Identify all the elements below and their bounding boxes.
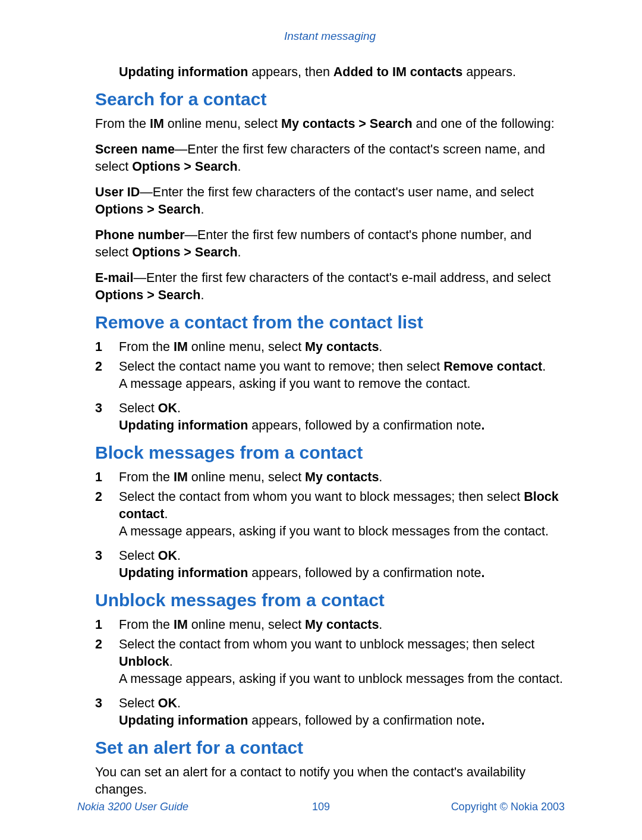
- unblock-s2-b1: Unblock: [119, 654, 169, 669]
- heading-search: Search for a contact: [95, 89, 565, 109]
- footer-right: Copyright © Nokia 2003: [451, 801, 565, 813]
- block-s1-t2: online menu, select: [188, 470, 305, 484]
- unblock-s1-b1: IM: [174, 618, 188, 632]
- search-p1-t1: From the: [95, 117, 150, 131]
- remove-s1-t2: online menu, select: [188, 340, 305, 354]
- remove-s3-line2b2: .: [481, 418, 484, 432]
- block-s2-line2: A message appears, asking if you want to…: [119, 524, 549, 538]
- unblock-step-2: 2 Select the contact from whom you want …: [95, 636, 565, 688]
- remove-step-1: 1 From the IM online menu, select My con…: [95, 338, 565, 356]
- block-step-3-num: 3: [95, 547, 102, 565]
- remove-s2-t2: .: [542, 359, 546, 374]
- search-p3-t1: —Enter the first few characters of the c…: [140, 185, 534, 199]
- remove-s1-b1: IM: [174, 340, 188, 354]
- remove-step-3-num: 3: [95, 400, 102, 417]
- remove-s2-t1: Select the contact name you want to remo…: [119, 359, 443, 374]
- block-s1-t1: From the: [119, 470, 174, 484]
- block-s3-t2: .: [177, 548, 181, 563]
- search-p4: Phone number—Enter the first few numbers…: [95, 227, 565, 261]
- search-p2: Screen name—Enter the first few characte…: [95, 141, 565, 175]
- search-p2-t2: .: [238, 159, 241, 174]
- remove-s1-b2: My contacts: [305, 340, 379, 354]
- unblock-s1-b2: My contacts: [305, 618, 379, 632]
- block-s1-t3: .: [379, 470, 382, 484]
- unblock-step-3-num: 3: [95, 695, 102, 712]
- search-p3-b1: User ID: [95, 185, 140, 199]
- block-s2-t2: .: [164, 507, 168, 521]
- block-step-3: 3 Select OK. Updating information appear…: [95, 547, 565, 582]
- search-p1-b2: My contacts > Search: [281, 117, 412, 131]
- unblock-s3-b1: OK: [158, 696, 177, 710]
- search-p3-t2: .: [200, 202, 204, 217]
- search-p1-t3: and one of the following:: [413, 117, 555, 131]
- search-p4-b2: Options > Search: [132, 245, 237, 259]
- intro-text-1: appears, then: [248, 65, 333, 79]
- document-page: Instant messaging Updating information a…: [0, 0, 642, 830]
- block-s3-t1: Select: [119, 548, 158, 563]
- search-p1-t2: online menu, select: [164, 117, 281, 131]
- block-s3-line2b: Updating information: [119, 566, 248, 580]
- search-p4-b1: Phone number: [95, 228, 185, 242]
- block-s3-line2b2: .: [481, 566, 484, 580]
- block-s1-b1: IM: [174, 470, 188, 484]
- remove-step-1-num: 1: [95, 338, 102, 356]
- intro-paragraph: Updating information appears, then Added…: [95, 64, 565, 81]
- remove-s3-line2b: Updating information: [119, 418, 248, 432]
- heading-unblock: Unblock messages from a contact: [95, 590, 565, 610]
- unblock-s3-line2b2: .: [481, 713, 484, 728]
- unblock-steps: 1 From the IM online menu, select My con…: [95, 616, 565, 729]
- search-p3-b2: Options > Search: [95, 202, 200, 217]
- heading-alert: Set an alert for a contact: [95, 738, 565, 758]
- unblock-s1-t1: From the: [119, 618, 174, 632]
- intro-bold-updating: Updating information: [119, 65, 248, 79]
- remove-s2-b1: Remove contact: [443, 359, 542, 374]
- unblock-step-1-num: 1: [95, 616, 102, 634]
- remove-s2-line2: A message appears, asking if you want to…: [119, 377, 471, 391]
- block-s3-b1: OK: [158, 548, 177, 563]
- heading-remove: Remove a contact from the contact list: [95, 312, 565, 333]
- unblock-s3-line2t: appears, followed by a confirmation note: [248, 713, 481, 728]
- search-p5: E-mail—Enter the first few characters of…: [95, 269, 565, 304]
- remove-s1-t1: From the: [119, 340, 174, 354]
- intro-text-2: appears.: [462, 65, 516, 79]
- unblock-s2-line2: A message appears, asking if you want to…: [119, 672, 563, 686]
- remove-s1-t3: .: [379, 340, 382, 354]
- footer-left: Nokia 3200 User Guide: [77, 801, 188, 813]
- block-step-1-num: 1: [95, 469, 102, 486]
- block-step-2-num: 2: [95, 488, 102, 506]
- remove-s3-b1: OK: [158, 401, 177, 415]
- page-header: Instant messaging: [95, 30, 565, 43]
- unblock-s2-t1: Select the contact from whom you want to…: [119, 637, 534, 651]
- search-p2-b2: Options > Search: [132, 159, 237, 174]
- unblock-s1-t2: online menu, select: [188, 618, 305, 632]
- search-p5-b2: Options > Search: [95, 288, 200, 302]
- footer-page-number: 109: [312, 801, 330, 813]
- remove-step-3: 3 Select OK. Updating information appear…: [95, 400, 565, 434]
- unblock-s2-t2: .: [169, 654, 173, 669]
- remove-step-2: 2 Select the contact name you want to re…: [95, 358, 565, 393]
- block-step-2: 2 Select the contact from whom you want …: [95, 488, 565, 540]
- unblock-s3-t1: Select: [119, 696, 158, 710]
- search-p5-t1: —Enter the first few characters of the c…: [134, 271, 551, 285]
- page-footer: Nokia 3200 User Guide 109 Copyright © No…: [77, 801, 565, 813]
- unblock-s3-t2: .: [177, 696, 181, 710]
- remove-steps: 1 From the IM online menu, select My con…: [95, 338, 565, 434]
- remove-step-2-num: 2: [95, 358, 102, 375]
- block-steps: 1 From the IM online menu, select My con…: [95, 469, 565, 582]
- remove-s3-t2: .: [177, 401, 181, 415]
- search-p5-t2: .: [200, 288, 204, 302]
- unblock-s3-line2b: Updating information: [119, 713, 248, 728]
- unblock-step-3: 3 Select OK. Updating information appear…: [95, 695, 565, 729]
- heading-block: Block messages from a contact: [95, 443, 565, 463]
- block-s1-b2: My contacts: [305, 470, 379, 484]
- block-step-1: 1 From the IM online menu, select My con…: [95, 469, 565, 486]
- unblock-s1-t3: .: [379, 618, 382, 632]
- block-s3-line2t: appears, followed by a confirmation note: [248, 566, 481, 580]
- block-s2-t1: Select the contact from whom you want to…: [119, 490, 524, 504]
- search-p3: User ID—Enter the first few characters o…: [95, 184, 565, 218]
- search-p1-b1: IM: [150, 117, 164, 131]
- unblock-step-1: 1 From the IM online menu, select My con…: [95, 616, 565, 634]
- search-p5-b1: E-mail: [95, 271, 134, 285]
- remove-s3-t1: Select: [119, 401, 158, 415]
- intro-bold-added: Added to IM contacts: [333, 65, 462, 79]
